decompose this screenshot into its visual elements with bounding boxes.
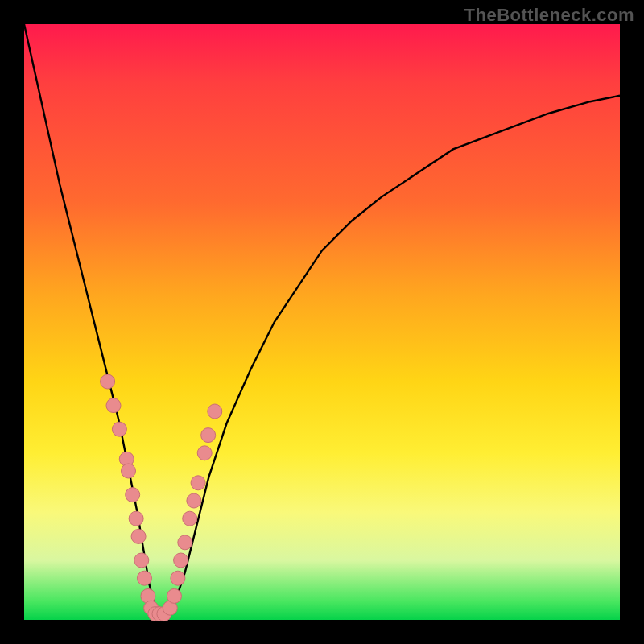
data-marker (191, 476, 205, 490)
data-marker (183, 511, 197, 526)
bottleneck-curve (24, 24, 620, 620)
data-marker (208, 404, 222, 419)
chart-svg (24, 24, 620, 620)
data-marker (171, 571, 185, 585)
data-marker (131, 529, 146, 543)
data-marker (201, 428, 216, 443)
data-marker (187, 493, 201, 508)
data-marker (122, 464, 136, 478)
data-marker (112, 422, 126, 436)
data-marker (137, 571, 151, 585)
data-marker (129, 511, 143, 526)
data-marker (106, 398, 121, 413)
data-marker (101, 374, 115, 389)
chart-frame: TheBottleneck.com (0, 0, 644, 644)
data-marker (167, 588, 181, 603)
data-marker (126, 488, 140, 502)
data-marker (197, 446, 212, 460)
data-marker (174, 553, 188, 568)
curve-layer (24, 24, 620, 620)
data-marker (134, 553, 149, 568)
watermark-text: TheBottleneck.com (464, 5, 634, 26)
data-marker (178, 535, 192, 550)
